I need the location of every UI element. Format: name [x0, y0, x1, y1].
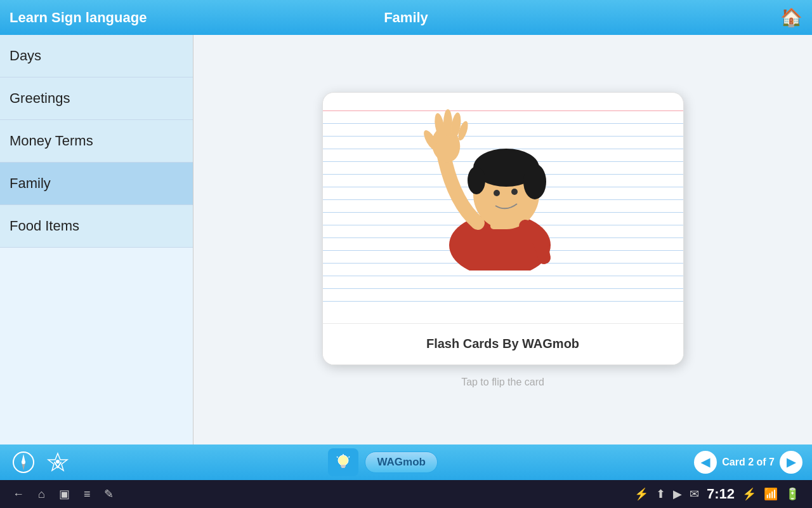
edit-nav-icon[interactable]: ✎ — [104, 487, 114, 501]
main-area: Days Greetings Money Terms Family Food I… — [0, 35, 812, 444]
sidebar-item-family[interactable]: Family — [0, 163, 193, 205]
svg-rect-21 — [341, 467, 345, 468]
flash-card[interactable]: Flash Cards By WAGmob — [322, 92, 684, 365]
toolbar-right: ◀ Card 2 of 7 ▶ — [694, 451, 802, 474]
section-title: Family — [384, 10, 428, 26]
sys-status-right: ⚡ ⬆ ▶ ✉ 7:12 ⚡ 📶 🔋 — [634, 486, 799, 502]
toolbar-left — [10, 448, 72, 476]
svg-rect-20 — [341, 465, 346, 467]
svg-point-11 — [443, 109, 452, 137]
svg-point-18 — [56, 460, 60, 464]
card-lines-area — [323, 93, 683, 323]
usb-icon: ⚡ — [634, 487, 648, 501]
svg-point-6 — [494, 190, 500, 196]
svg-point-7 — [511, 189, 518, 195]
sync-icon: ⬆ — [656, 487, 665, 501]
media-icon: ▶ — [673, 487, 682, 501]
svg-point-4 — [523, 164, 546, 199]
home-nav-icon[interactable]: ⌂ — [38, 488, 45, 501]
sidebar-item-food-items[interactable]: Food Items — [0, 205, 193, 248]
bluetooth-icon: ⚡ — [742, 487, 756, 501]
toolbar-center: WAGmob — [328, 448, 438, 476]
svg-point-19 — [338, 455, 348, 465]
card-footer-text: Flash Cards By WAGmob — [426, 337, 579, 351]
app-header: Learn Sign language Family 🏠 — [0, 0, 812, 35]
system-bar: ← ⌂ ▣ ≡ ✎ ⚡ ⬆ ▶ ✉ 7:12 ⚡ 📶 🔋 — [0, 480, 812, 508]
svg-point-5 — [468, 166, 485, 194]
card-counter: Card 2 of 7 — [722, 457, 775, 468]
achievement-icon[interactable] — [44, 448, 72, 476]
sidebar: Days Greetings Money Terms Family Food I… — [0, 35, 193, 444]
system-time: 7:12 — [707, 486, 735, 502]
next-card-button[interactable]: ▶ — [780, 451, 802, 474]
sidebar-item-money-terms[interactable]: Money Terms — [0, 120, 193, 163]
sign-language-figure — [408, 99, 598, 277]
back-nav-icon[interactable]: ← — [13, 488, 24, 501]
card-footer: Flash Cards By WAGmob — [323, 323, 683, 364]
email-icon: ✉ — [690, 487, 699, 501]
bulb-button[interactable] — [328, 448, 358, 476]
compass-icon[interactable] — [10, 448, 37, 476]
sidebar-item-greetings[interactable]: Greetings — [0, 77, 193, 120]
prev-card-button[interactable]: ◀ — [694, 451, 717, 474]
svg-line-23 — [337, 457, 338, 458]
svg-point-17 — [22, 460, 25, 464]
battery-icon: 🔋 — [785, 487, 799, 501]
app-title: Learn Sign language — [10, 10, 147, 26]
svg-line-24 — [349, 457, 350, 458]
sys-nav-left: ← ⌂ ▣ ≡ ✎ — [13, 487, 114, 501]
tap-hint: Tap to flip the card — [461, 377, 544, 388]
sidebar-item-days[interactable]: Days — [0, 35, 193, 77]
home-icon[interactable]: 🏠 — [780, 7, 802, 28]
wifi-icon: 📶 — [764, 487, 778, 501]
wagmob-button[interactable]: WAGmob — [365, 451, 438, 473]
menu-nav-icon[interactable]: ≡ — [84, 488, 91, 501]
recents-nav-icon[interactable]: ▣ — [59, 487, 70, 501]
app-toolbar: WAGmob ◀ Card 2 of 7 ▶ — [0, 444, 812, 480]
content-area: Flash Cards By WAGmob Tap to flip the ca… — [193, 35, 812, 444]
